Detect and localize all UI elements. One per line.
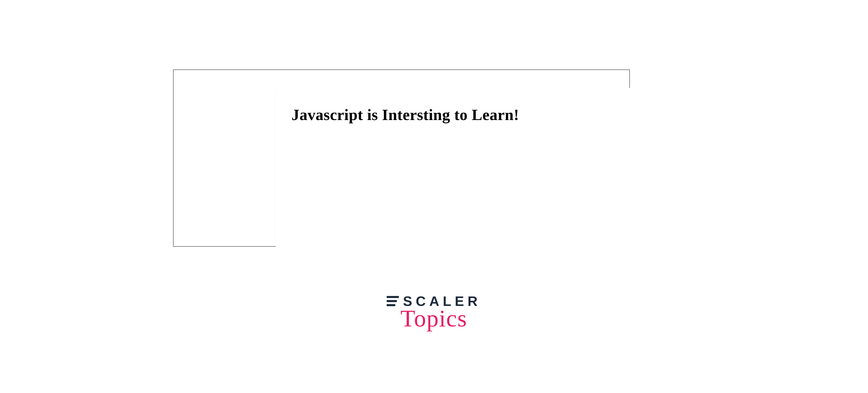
logo-bars-icon	[386, 296, 399, 306]
brand-logo: SCALER Topics	[368, 293, 500, 332]
main-heading: Javascript is Intersting to Learn!	[291, 106, 519, 124]
content-panel: Javascript is Intersting to Learn!	[276, 88, 630, 247]
content-frame: Javascript is Intersting to Learn!	[173, 69, 630, 247]
